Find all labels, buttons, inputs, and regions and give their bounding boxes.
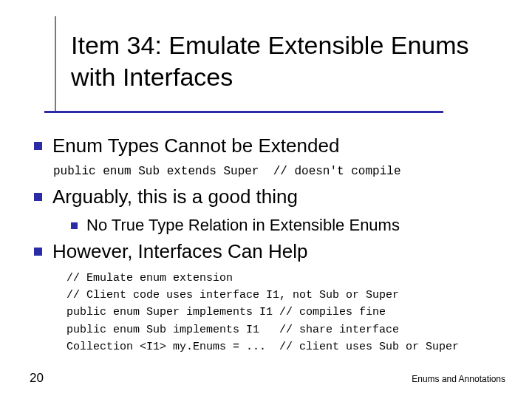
footer-label: Enums and Annotations (412, 374, 505, 384)
slide-title: Item 34: Emulate Extensible Enums with I… (44, 30, 502, 92)
point-2: Arguably, this is a good thing (52, 185, 298, 209)
bullet-row: Arguably, this is a good thing (34, 185, 510, 209)
point-2a: No True Type Relation in Extensible Enum… (86, 215, 400, 236)
code-snippet-1: public enum Sub extends Super // doesn't… (53, 163, 510, 181)
point-3: However, Interfaces Can Help (52, 239, 307, 264)
bullet-row: Enum Types Cannot be Extended (34, 134, 510, 158)
square-bullet-icon (34, 193, 42, 201)
bullet-row: No True Type Relation in Extensible Enum… (71, 215, 510, 236)
code-snippet-2: // Emulate enum extension // Client code… (66, 270, 510, 355)
title-block: Item 34: Emulate Extensible Enums with I… (44, 30, 502, 92)
title-underline (44, 111, 443, 113)
slide: Item 34: Emulate Extensible Enums with I… (0, 0, 532, 399)
bullet-row: However, Interfaces Can Help (34, 239, 510, 264)
slide-body: Enum Types Cannot be Extended public enu… (34, 129, 510, 355)
square-bullet-icon (34, 248, 42, 256)
point-1: Enum Types Cannot be Extended (52, 134, 339, 158)
square-bullet-icon (71, 222, 78, 229)
square-bullet-icon (34, 142, 42, 150)
sub-bullet-wrap: No True Type Relation in Extensible Enum… (71, 215, 510, 236)
page-number: 20 (30, 371, 44, 386)
